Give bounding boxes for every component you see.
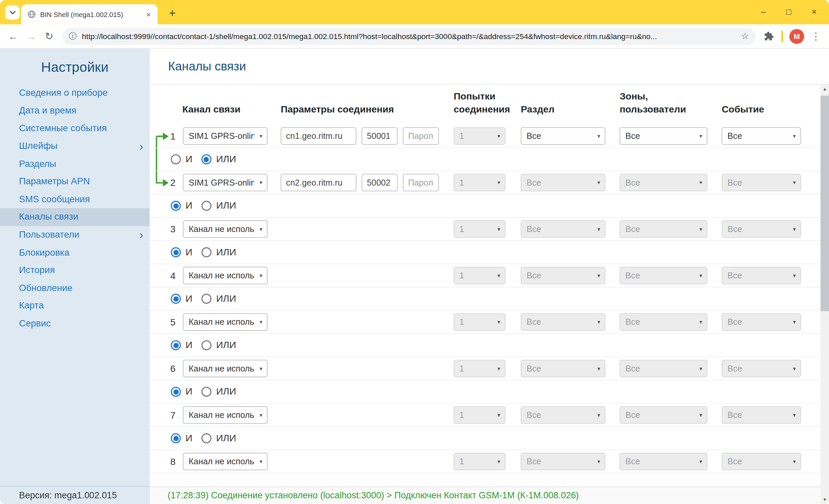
zones-select[interactable]: Все: [620, 174, 708, 191]
zones-select[interactable]: Все: [620, 360, 708, 377]
channel-type-select[interactable]: Канал не используется: [183, 267, 267, 284]
radio-and[interactable]: [171, 201, 181, 211]
radio-and-label: И: [186, 340, 192, 351]
channel-type-select[interactable]: Канал не используется: [183, 220, 267, 238]
reload-icon[interactable]: ↻: [40, 27, 58, 45]
channel-type-select[interactable]: SIM1 GPRS-online C: [183, 127, 267, 145]
radio-or[interactable]: [202, 433, 211, 443]
event-select[interactable]: Все: [722, 313, 801, 331]
partition-select[interactable]: Все: [521, 313, 605, 331]
event-select[interactable]: Все: [722, 360, 801, 377]
forward-icon[interactable]: →: [22, 27, 40, 45]
partition-select[interactable]: Все: [521, 174, 605, 191]
host-input[interactable]: [281, 174, 356, 191]
url-bar[interactable]: ⓘ http://localhost:9999//contact/contact…: [63, 28, 756, 45]
radio-or[interactable]: [202, 201, 211, 211]
zones-select[interactable]: Все: [620, 313, 708, 331]
attempts-select[interactable]: 1: [454, 220, 505, 238]
zones-select[interactable]: Все: [620, 406, 708, 424]
sidebar-item-channels[interactable]: Каналы связи: [0, 208, 150, 226]
port-input[interactable]: [362, 127, 398, 145]
sidebar-item-date-time[interactable]: Дата и время: [0, 102, 150, 119]
password-input[interactable]: [403, 127, 439, 145]
channel-type-select[interactable]: Канал не используется: [183, 360, 267, 377]
attempts-select[interactable]: 1: [454, 406, 505, 424]
radio-and[interactable]: [171, 340, 181, 350]
scroll-up-icon[interactable]: ▲: [821, 84, 829, 93]
pinned-extension-divider: [782, 30, 783, 42]
bookmark-star-icon[interactable]: ☆: [741, 31, 749, 42]
sidebar-item-users[interactable]: Пользователи›: [0, 226, 150, 244]
channels-table: Канал связи Параметры соединения Попытки…: [150, 84, 821, 487]
sidebar-item-device-info[interactable]: Сведения о приборе: [0, 84, 150, 102]
new-tab-button[interactable]: +: [165, 6, 180, 21]
attempts-select[interactable]: 1: [454, 127, 505, 145]
profile-avatar[interactable]: M: [789, 29, 804, 43]
zones-select[interactable]: Все: [620, 453, 708, 470]
url-text[interactable]: http://localhost:9999//contact/contact-1…: [82, 32, 736, 40]
event-select[interactable]: Все: [722, 406, 801, 424]
sidebar-item-update[interactable]: Обновление: [0, 279, 150, 297]
zones-select[interactable]: Все: [620, 127, 708, 145]
channel-type-select[interactable]: Канал не используется: [183, 453, 267, 470]
connector-row: И ИЛИ: [150, 381, 821, 404]
sidebar-item-lockout[interactable]: Блокировка: [0, 244, 150, 261]
sidebar-item-system-events[interactable]: Системные события: [0, 119, 150, 137]
attempts-select[interactable]: 1: [454, 453, 505, 470]
partition-select[interactable]: Все: [521, 220, 605, 238]
channel-type-select[interactable]: Канал не используется: [183, 406, 267, 424]
attempts-select[interactable]: 1: [454, 267, 505, 284]
browser-menu-icon[interactable]: ⋮: [807, 27, 825, 45]
sidebar-item-apn[interactable]: Параметры APN: [0, 173, 150, 191]
radio-or[interactable]: [202, 294, 211, 304]
sidebar-item-partitions[interactable]: Разделы: [0, 155, 150, 172]
port-input[interactable]: [362, 174, 398, 191]
partition-select[interactable]: Все: [521, 406, 605, 424]
sidebar-item-service[interactable]: Сервис: [0, 315, 150, 333]
tab-search-button[interactable]: [5, 5, 20, 20]
radio-and[interactable]: [171, 294, 181, 304]
maximize-icon[interactable]: □: [776, 0, 802, 24]
event-select[interactable]: Все: [722, 174, 801, 191]
scrollbar-thumb[interactable]: [821, 96, 829, 311]
password-input[interactable]: [403, 174, 439, 191]
page-info-icon[interactable]: ⓘ: [69, 31, 77, 41]
attempts-select[interactable]: 1: [454, 174, 505, 191]
attempts-select[interactable]: 1: [454, 360, 505, 377]
scroll-down-icon[interactable]: ▼: [821, 495, 829, 504]
vertical-scrollbar[interactable]: ▲ ▼: [821, 84, 829, 504]
browser-tab[interactable]: BIN Shell (mega1.002.015) ×: [21, 4, 157, 24]
sidebar-item-sms[interactable]: SMS сообщения: [0, 191, 150, 208]
sidebar-item-history[interactable]: История: [0, 261, 150, 279]
close-icon[interactable]: ×: [802, 0, 827, 24]
zones-select[interactable]: Все: [620, 267, 708, 284]
radio-and[interactable]: [171, 154, 181, 164]
sidebar-item-map[interactable]: Карта: [0, 297, 150, 315]
extensions-puzzle-icon[interactable]: [760, 27, 778, 45]
table-row: 7 Канал не используется 1 Все Все Все: [150, 403, 821, 427]
partition-select[interactable]: Все: [521, 453, 605, 470]
radio-or[interactable]: [202, 247, 211, 257]
radio-or[interactable]: [202, 154, 211, 164]
channel-type-select[interactable]: Канал не используется: [183, 313, 267, 331]
event-select[interactable]: Все: [722, 453, 801, 470]
attempts-select[interactable]: 1: [454, 313, 505, 331]
radio-and[interactable]: [171, 247, 181, 257]
zones-select[interactable]: Все: [620, 220, 708, 238]
back-icon[interactable]: ←: [4, 27, 23, 45]
event-select[interactable]: Все: [722, 127, 801, 145]
partition-select[interactable]: Все: [521, 127, 605, 145]
sidebar-item-loops[interactable]: Шлейфы›: [0, 137, 150, 155]
host-input[interactable]: [281, 127, 356, 145]
radio-and[interactable]: [171, 387, 181, 397]
tab-close-icon[interactable]: ×: [144, 9, 153, 19]
radio-or[interactable]: [202, 387, 211, 397]
partition-select[interactable]: Все: [521, 360, 605, 377]
radio-or[interactable]: [202, 340, 211, 350]
event-select[interactable]: Все: [722, 220, 801, 238]
radio-and[interactable]: [171, 433, 181, 443]
event-select[interactable]: Все: [722, 267, 801, 284]
partition-select[interactable]: Все: [521, 267, 605, 284]
minimize-icon[interactable]: –: [751, 0, 776, 24]
channel-type-select[interactable]: SIM1 GPRS-online C: [183, 174, 267, 191]
